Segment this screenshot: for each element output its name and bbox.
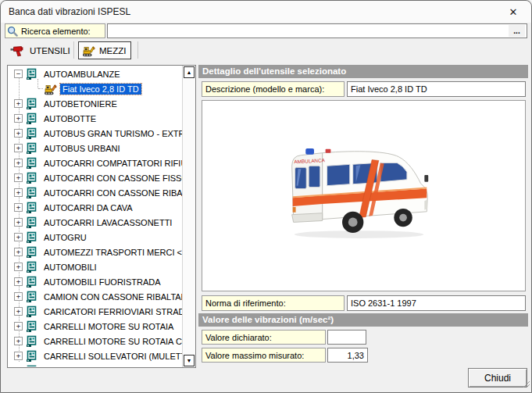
tree-item-label: AUTOCARRI DA CAVA: [41, 202, 135, 213]
category-machine-icon: [25, 261, 38, 273]
expand-icon[interactable]: +: [14, 307, 23, 316]
ellipsis-button[interactable]: ...: [509, 25, 525, 37]
tree-item[interactable]: +CAMION CON CASSONE RIBALTABIL: [8, 289, 182, 304]
norma-value: ISO 2631-1 1997: [347, 295, 526, 311]
expand-icon[interactable]: +: [14, 129, 23, 138]
tree-item-label: AUTOCARRI CON CASSONE RIBALTA: [41, 188, 182, 198]
tree-item[interactable]: +AUTOGRU: [8, 230, 182, 245]
description-label: Descrizione (modello e marca):: [202, 81, 345, 97]
expand-icon[interactable]: +: [14, 144, 23, 152]
search-label-text: Ricerca elemento:: [21, 27, 91, 36]
expand-icon[interactable]: +: [14, 263, 23, 271]
norma-label: Norma di riferimento:: [202, 295, 345, 311]
category-machine-icon: [25, 113, 38, 125]
expand-icon[interactable]: +: [14, 233, 23, 241]
tree-item[interactable]: −AUTOAMBULANZE: [8, 66, 182, 81]
measured-value-label: Valore massimo misurato:: [202, 348, 326, 363]
expand-icon[interactable]: +: [14, 114, 23, 123]
tree-item[interactable]: +AUTOMOBILI FUORISTRADA: [8, 274, 182, 289]
category-machine-icon: [25, 231, 38, 244]
tree-item-label: AUTOGRU: [41, 232, 89, 243]
description-value: Fiat Iveco 2,8 ID TD: [347, 81, 526, 97]
tree-item[interactable]: +AUTOCARRI COMPATTATORI RIFIUTI: [8, 155, 182, 170]
expand-icon[interactable]: +: [14, 173, 23, 182]
expand-icon[interactable]: +: [14, 292, 23, 301]
dialog-window: Banca dati vibrazioni ISPESL ✕ Ricerca e…: [0, 0, 532, 393]
tree-item-label: Fiat Iveco 2,8 ID TD: [60, 84, 141, 95]
category-machine-icon: [25, 350, 38, 363]
category-machine-icon: [25, 202, 38, 214]
expand-icon[interactable]: +: [14, 248, 23, 256]
category-machine-icon: [25, 365, 38, 367]
category-machine-icon: [25, 187, 38, 199]
tree-item[interactable]: +AUTOBETONIERE: [8, 96, 182, 111]
tree-item[interactable]: +CARRELLI MOTORE SU ROTAIA CON: [8, 334, 182, 348]
tree-item-label: AUTOBOTTE: [41, 113, 98, 124]
tree-item-label: AUTOMOBILI: [41, 262, 99, 273]
tab-utensili[interactable]: UTENSILI: [5, 41, 75, 59]
category-machine-icon: [25, 98, 38, 110]
close-icon[interactable]: ✕: [502, 3, 525, 20]
tree-scrollbar[interactable]: ▲ ▼: [182, 66, 195, 367]
tree-item[interactable]: +AUTOBUS URBANI: [8, 141, 182, 155]
tree-item-label: AUTOBUS URBANI: [41, 143, 123, 154]
category-tree: −AUTOAMBULANZEFiat Iveco 2,8 ID TD+AUTOB…: [7, 65, 196, 368]
tree-item[interactable]: +AUTOCARRI DA CAVA: [8, 200, 182, 215]
tree-item[interactable]: +: [8, 363, 182, 366]
excavator-icon: [82, 45, 95, 57]
tree-item-label: AUTOBETONIERE: [41, 98, 120, 109]
expand-icon[interactable]: +: [14, 277, 23, 286]
ambulance-image: AMBULANCA: [283, 140, 435, 244]
resize-grip-icon[interactable]: [521, 377, 530, 391]
scroll-down-icon[interactable]: ▼: [184, 355, 195, 366]
tree-item-leaf[interactable]: Fiat Iveco 2,8 ID TD: [8, 81, 182, 96]
toolbar-separator: [137, 41, 138, 59]
detail-section-header: Dettaglio dell'utensile selezionato: [198, 65, 528, 78]
category-machine-icon: [25, 335, 38, 348]
chiudi-button[interactable]: Chiudi: [468, 368, 527, 388]
search-label: Ricerca elemento:: [5, 23, 105, 38]
tree-item-label: AUTOCARRI COMPATTATORI RIFIUTI: [41, 158, 182, 169]
measured-value-field[interactable]: 1,33: [327, 348, 368, 363]
tree-item[interactable]: +AUTOCARRI LAVACASSONETTI: [8, 215, 182, 230]
scroll-up-icon[interactable]: ▲: [184, 66, 195, 78]
category-machine-icon: [25, 142, 38, 155]
tree-item[interactable]: +CARICATORI FERRIOVIARI STRADA: [8, 304, 182, 319]
expand-icon[interactable]: +: [14, 159, 23, 167]
expand-icon[interactable]: +: [14, 188, 23, 197]
expand-icon[interactable]: +: [14, 203, 23, 212]
expand-icon[interactable]: +: [14, 99, 23, 108]
category-machine-icon: [25, 291, 38, 303]
search-input[interactable]: [107, 23, 527, 38]
tree-item[interactable]: +AUTOMEZZI TRASPORTI MERCI <35: [8, 245, 182, 259]
tree-item-label: CARRELLI SOLLEVATORI (MULETTI): [41, 351, 182, 362]
tree-item[interactable]: +CARRELLI MOTORE SU ROTAIA: [8, 319, 182, 334]
expand-icon[interactable]: +: [14, 322, 23, 330]
tree-item[interactable]: +CARRELLI SOLLEVATORI (MULETTI): [8, 348, 182, 363]
collapse-icon[interactable]: −: [14, 70, 23, 78]
tree-item-label: CARICATORI FERRIOVIARI STRADA: [41, 306, 182, 317]
category-machine-icon: [25, 320, 38, 333]
window-title: Banca dati vibrazioni ISPESL: [9, 1, 130, 23]
tree-item-label: CARRELLI MOTORE SU ROTAIA CON: [41, 336, 182, 347]
tree-item[interactable]: +AUTOMOBILI: [8, 259, 182, 274]
tree-item-label: AUTOCARRI CON CASSONE FISSO: [41, 173, 182, 184]
tree-item[interactable]: +AUTOBOTTE: [8, 111, 182, 126]
tree-item[interactable]: +AUTOCARRI CON CASSONE FISSO: [8, 170, 182, 185]
expand-icon[interactable]: +: [14, 218, 23, 227]
tree-item-label: AUTOAMBULANZE: [41, 69, 123, 80]
tree-item[interactable]: +AUTOBUS GRAN TURISMO - EXTRA: [8, 126, 182, 141]
tab-mezzi[interactable]: MEZZI: [78, 41, 131, 59]
category-machine-icon: [25, 276, 38, 288]
category-machine-icon: [25, 216, 38, 229]
vehicle-icon: [44, 83, 57, 95]
magnifier-icon: [7, 26, 18, 37]
tree-item-label: AUTOMOBILI FUORISTRADA: [41, 277, 163, 288]
category-machine-icon: [25, 172, 38, 184]
tree-item[interactable]: +AUTOCARRI CON CASSONE RIBALTA: [8, 185, 182, 200]
vehicle-image-box: AMBULANCA: [202, 100, 526, 291]
vibration-section-header: Valore delle vibrazioni (m/sec²): [198, 313, 528, 327]
expand-icon[interactable]: +: [14, 337, 23, 345]
expand-icon[interactable]: +: [14, 352, 23, 360]
declared-value-field[interactable]: [327, 330, 366, 345]
